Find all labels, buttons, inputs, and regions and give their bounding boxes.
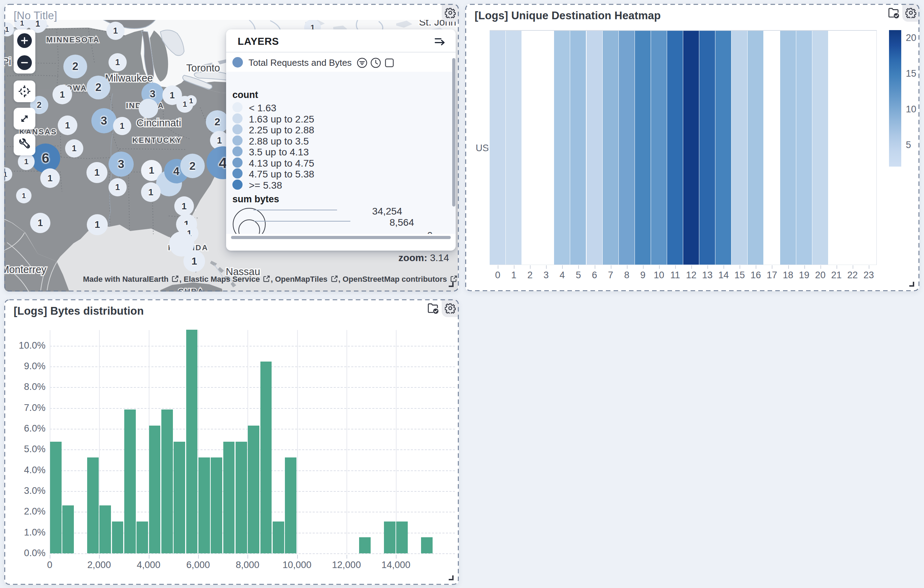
layers-horizontal-scrollbar[interactable] [231,236,451,239]
checkbox-icon[interactable] [384,57,395,69]
map-canvas[interactable]: MINNESOTAIOWAINDIANAKANSASKENTUCKYFLORID… [4,20,459,292]
map-cluster-marker[interactable]: 1 [109,53,127,71]
heatmap-cell[interactable] [845,31,860,264]
wrench-icon [18,138,31,151]
attribution-link[interactable]: Made with NaturalEarth [83,275,168,284]
map-cluster-marker[interactable]: 2 [180,154,205,178]
attribution-link[interactable]: OpenStreetMap contributors [343,275,447,284]
heatmap-cell[interactable] [651,31,667,264]
histogram-bar[interactable] [137,522,148,553]
bytes-panel-resize-handle[interactable] [448,574,454,581]
histogram-bar[interactable] [236,442,247,553]
map-cluster-marker[interactable]: 1 [113,117,131,135]
histogram-bar[interactable] [87,458,99,553]
heatmap-panel-resize-handle[interactable] [908,281,914,287]
heatmap-cell[interactable] [667,31,683,264]
fit-to-data-button[interactable] [14,108,35,129]
map-cluster-marker[interactable]: 2 [206,110,229,133]
map-cluster-marker[interactable]: 2 [63,55,87,78]
map-cluster-marker[interactable]: 1 [174,197,194,216]
heatmap-plot[interactable] [490,30,877,265]
map-cluster-marker[interactable]: 3 [109,152,134,177]
histogram-bar[interactable] [273,522,284,553]
histogram-bar[interactable] [211,458,222,553]
histogram-bar[interactable] [50,442,62,553]
heatmap-cell[interactable] [570,31,586,264]
map-cluster-marker[interactable]: 1 [87,214,108,235]
heatmap-cell[interactable] [861,31,876,264]
histogram-bar[interactable] [285,458,297,553]
collapse-layers-icon[interactable] [434,35,447,48]
heatmap-cell[interactable] [699,31,715,264]
bytes-settings-button[interactable] [442,299,459,317]
heatmap-cell[interactable] [780,31,796,264]
histogram-bar[interactable] [99,505,111,553]
map-cluster-marker[interactable]: 1 [16,188,31,203]
bytes-panel-hover-actions [424,299,459,317]
gear-icon [906,7,916,18]
bytes-library-button[interactable] [424,300,442,317]
heatmap-settings-button[interactable] [902,4,919,22]
map-cluster-marker[interactable]: 1 [30,213,50,233]
histogram-bar[interactable] [198,458,210,553]
bytes-y-tick-label: 3.0% [7,486,46,496]
map-cluster-marker[interactable]: 1 [58,116,78,135]
map-cluster-marker[interactable] [139,99,158,118]
heatmap-library-button[interactable] [885,4,902,22]
attribution-link[interactable]: OpenMapTiles [275,275,328,284]
histogram-bar[interactable] [62,505,74,553]
heatmap-cell[interactable] [635,31,651,264]
map-panel-resize-handle[interactable] [448,281,454,287]
histogram-bar[interactable] [384,522,396,553]
heatmap-cell[interactable] [764,31,779,264]
map-panel-settings-button[interactable] [442,4,459,22]
heatmap-cell[interactable] [490,31,505,264]
heatmap-cell[interactable] [828,31,844,264]
locate-button[interactable] [14,81,35,102]
heatmap-cell[interactable] [715,31,731,264]
histogram-bar[interactable] [359,537,371,553]
map-cluster-marker[interactable]: 1 [65,139,83,157]
heatmap-cell[interactable] [796,31,812,264]
histogram-bar[interactable] [173,442,185,553]
heatmap-cell[interactable] [619,31,635,264]
map-cluster-marker[interactable]: 1 [53,85,72,104]
attribution-link[interactable]: Elastic Maps Service [184,275,260,284]
heatmap-cell[interactable] [522,31,538,264]
zoom-in-button[interactable] [14,30,35,51]
map-cluster-marker[interactable]: 3 [91,108,117,133]
map-cluster-marker[interactable]: 1 [106,22,125,40]
histogram-bar[interactable] [124,410,136,553]
map-cluster-marker[interactable]: 1 [109,178,127,197]
histogram-bar[interactable] [248,426,259,553]
layers-vertical-scrollbar[interactable] [452,58,455,206]
heatmap-cell[interactable] [603,31,619,264]
heatmap-cell[interactable] [554,31,570,264]
histogram-bar[interactable] [161,410,173,553]
histogram-bar[interactable] [396,522,408,553]
map-cluster-marker[interactable]: 1 [185,95,197,106]
bytes-vertical-gridline [396,330,396,553]
map-cluster-marker[interactable]: 1 [18,153,35,170]
map-cluster-marker[interactable]: 2 [86,76,110,99]
map-cluster-marker[interactable]: 1 [183,250,205,272]
histogram-bar[interactable] [223,442,235,553]
heatmap-cell[interactable] [812,31,828,264]
histogram-bar[interactable] [261,362,272,553]
histogram-bar[interactable] [421,537,432,553]
tools-button[interactable] [14,134,35,155]
heatmap-cell[interactable] [731,31,747,264]
map-cluster-marker[interactable]: 1 [141,182,161,202]
heatmap-cell[interactable] [747,31,763,264]
heatmap-cell[interactable] [538,31,554,264]
heatmap-cell[interactable] [587,31,602,264]
histogram-bar[interactable] [112,522,124,553]
heatmap-cell[interactable] [683,31,699,264]
layer-row[interactable]: Total Requests and Bytes [226,53,456,72]
histogram-bar[interactable] [186,330,198,553]
heatmap-cell[interactable] [506,31,521,264]
map-cluster-marker[interactable]: 1 [40,168,60,188]
histogram-bar[interactable] [149,426,161,553]
zoom-out-button[interactable] [14,52,35,74]
map-cluster-marker[interactable]: 1 [86,162,107,183]
